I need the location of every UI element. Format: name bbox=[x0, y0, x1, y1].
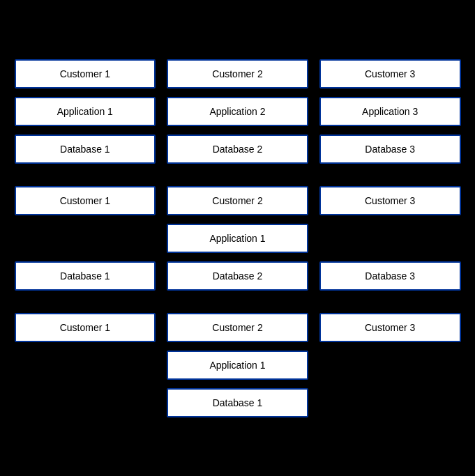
s1-customer3: Customer 3 bbox=[319, 59, 461, 89]
s1-app3: Application 3 bbox=[319, 97, 461, 126]
s1-db2: Database 2 bbox=[167, 135, 308, 164]
s3-customer1: Customer 1 bbox=[15, 313, 156, 342]
section3: Customer 1 Customer 2 Customer 3 Applica… bbox=[15, 313, 461, 417]
s3-customer2: Customer 2 bbox=[167, 313, 308, 342]
s2-db2: Database 2 bbox=[167, 261, 308, 291]
s3-db1: Database 1 bbox=[167, 388, 308, 417]
s1-app2: Application 2 bbox=[167, 97, 308, 126]
s3-customer3: Customer 3 bbox=[319, 313, 461, 342]
s2-customer1: Customer 1 bbox=[15, 186, 156, 215]
s1-db3: Database 3 bbox=[319, 135, 461, 164]
s2-db3: Database 3 bbox=[319, 261, 461, 291]
main-container: Customer 1 Customer 2 Customer 3 Applica… bbox=[8, 45, 468, 431]
section1: Customer 1 Customer 2 Customer 3 Applica… bbox=[15, 59, 461, 164]
s3-app1: Application 1 bbox=[167, 351, 308, 380]
s2-db1: Database 1 bbox=[15, 261, 156, 291]
s1-app1: Application 1 bbox=[15, 97, 156, 126]
s2-app1: Application 1 bbox=[167, 224, 308, 253]
s1-db1: Database 1 bbox=[15, 135, 156, 164]
s2-customer2: Customer 2 bbox=[167, 186, 308, 215]
s1-customer1: Customer 1 bbox=[15, 59, 156, 89]
section2: Customer 1 Customer 2 Customer 3 Applica… bbox=[15, 186, 461, 291]
s2-customer3: Customer 3 bbox=[319, 186, 461, 215]
s1-customer2: Customer 2 bbox=[167, 59, 308, 89]
